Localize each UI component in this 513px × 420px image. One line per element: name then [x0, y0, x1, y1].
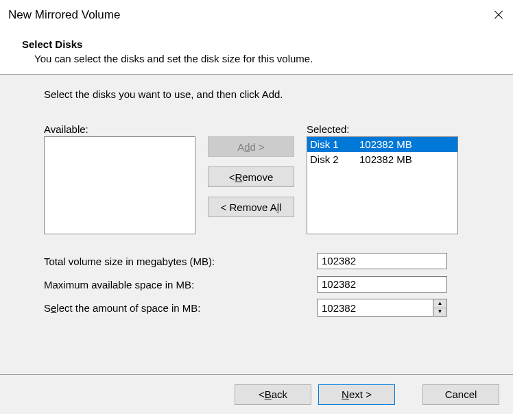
total-size-value: 102382 — [317, 253, 447, 269]
space-spinner: ▲ ▼ — [317, 299, 447, 317]
close-icon[interactable] — [494, 10, 503, 20]
available-label: Available: — [44, 123, 195, 135]
add-mnemonic: d — [244, 141, 250, 153]
page-subtitle: You can select the disks and set the dis… — [22, 53, 506, 64]
back-pre: < — [259, 388, 265, 400]
list-item-size: 102382 MB — [359, 138, 412, 151]
max-space-value: 102382 — [317, 276, 447, 293]
add-button: Add > — [208, 136, 294, 157]
content-area: Select the disks you want to use, and th… — [0, 75, 513, 374]
space-input[interactable] — [317, 299, 433, 317]
add-pre: A — [237, 141, 244, 153]
total-size-row: Total volume size in megabytes (MB): 102… — [44, 249, 488, 273]
size-fields: Total volume size in megabytes (MB): 102… — [44, 249, 488, 319]
next-mnemonic: N — [342, 388, 349, 400]
list-item-size: 102382 MB — [359, 153, 412, 166]
list-item-name: Disk 1 — [310, 138, 359, 151]
total-size-label: Total volume size in megabytes (MB): — [44, 256, 317, 267]
back-button[interactable]: < Back — [235, 384, 311, 405]
selected-label: Selected: — [307, 123, 458, 135]
max-space-label: Maximum available space in MB: — [44, 279, 317, 291]
available-listbox[interactable] — [44, 136, 195, 234]
select-space-label: Select the amount of space in MB: — [44, 302, 317, 314]
available-block: Available: — [44, 123, 195, 234]
disk-lists-row: Available: Add > < Remove < Remove All S… — [44, 123, 488, 234]
max-space-row: Maximum available space in MB: 102382 — [44, 273, 488, 296]
next-post: ext > — [349, 388, 372, 400]
wizard-header: Select Disks You can select the disks an… — [0, 30, 513, 74]
list-item-name: Disk 2 — [310, 153, 359, 166]
wizard-footer: < Back Next > Cancel — [0, 374, 513, 414]
selected-listbox[interactable]: Disk 1102382 MBDisk 2102382 MB — [307, 136, 458, 234]
list-item[interactable]: Disk 2102382 MB — [307, 152, 457, 167]
add-post: d > — [250, 141, 265, 153]
back-post: ack — [272, 388, 287, 400]
spin-down-button[interactable]: ▼ — [433, 308, 446, 317]
remove-post: emove — [242, 171, 273, 183]
remove-mnemonic: R — [235, 171, 242, 183]
available-label-text: Available: — [44, 123, 88, 135]
remove-button[interactable]: < Remove — [208, 166, 294, 187]
instruction-text: Select the disks you want to use, and th… — [44, 88, 488, 100]
cancel-button[interactable]: Cancel — [422, 384, 499, 405]
titlebar: New Mirrored Volume — [0, 0, 513, 30]
list-item[interactable]: Disk 1102382 MB — [307, 137, 457, 152]
spin-up-button[interactable]: ▲ — [433, 299, 446, 308]
space-post: lect the amount of space in MB: — [56, 302, 200, 314]
back-mnemonic: B — [265, 388, 272, 400]
transfer-buttons: Add > < Remove < Remove All — [208, 123, 294, 217]
select-space-row: Select the amount of space in MB: ▲ ▼ — [44, 296, 488, 319]
next-button[interactable]: Next > — [318, 384, 395, 405]
removeall-pre: < Remove A — [221, 201, 277, 213]
selected-block: Selected: Disk 1102382 MBDisk 2102382 MB — [307, 123, 458, 234]
remove-all-button[interactable]: < Remove All — [208, 197, 294, 217]
selected-label-text: Selected: — [307, 123, 350, 135]
spin-buttons: ▲ ▼ — [433, 299, 447, 317]
removeall-post: l — [279, 201, 281, 213]
remove-pre: < — [229, 171, 235, 183]
page-title: Select Disks — [22, 38, 506, 50]
window-title: New Mirrored Volume — [8, 8, 120, 22]
space-pre: S — [44, 302, 51, 314]
